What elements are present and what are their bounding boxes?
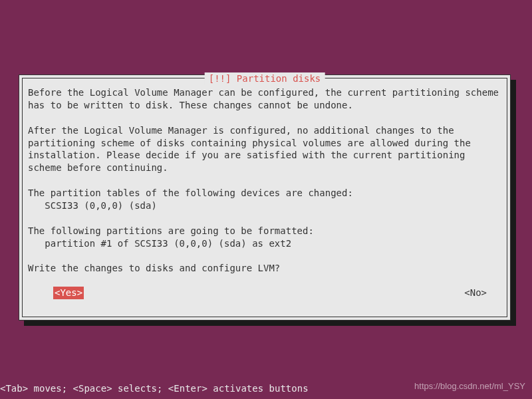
button-row: <Yes> <No> (28, 287, 501, 299)
para-1: Before the Logical Volume Manager can be… (28, 87, 504, 110)
watermark: https://blog.csdn.net/ml_YSY (414, 380, 525, 392)
footer-hint: <Tab> moves; <Space> selects; <Enter> ac… (0, 382, 309, 395)
dialog-title: [!!] Partition disks (205, 72, 325, 85)
para-4: The following partitions are going to be… (28, 225, 314, 236)
partition-dialog: [!!] Partition disks Before the Logical … (19, 74, 511, 321)
no-button[interactable]: <No> (464, 287, 487, 299)
para-3: The partition tables of the following de… (28, 188, 353, 198)
dialog-title-text: [!!] Partition disks (209, 73, 321, 84)
para-5: Write the changes to disks and configure… (28, 263, 280, 273)
dialog-inner: [!!] Partition disks Before the Logical … (22, 78, 507, 317)
para-4-item: partition #1 of SCSI33 (0,0,0) (sda) as … (28, 238, 291, 249)
dialog-body: Before the Logical Volume Manager can be… (28, 86, 501, 275)
para-3-item: SCSI33 (0,0,0) (sda) (28, 200, 157, 211)
yes-button[interactable]: <Yes> (53, 287, 84, 299)
para-2: After the Logical Volume Manager is conf… (28, 125, 476, 174)
